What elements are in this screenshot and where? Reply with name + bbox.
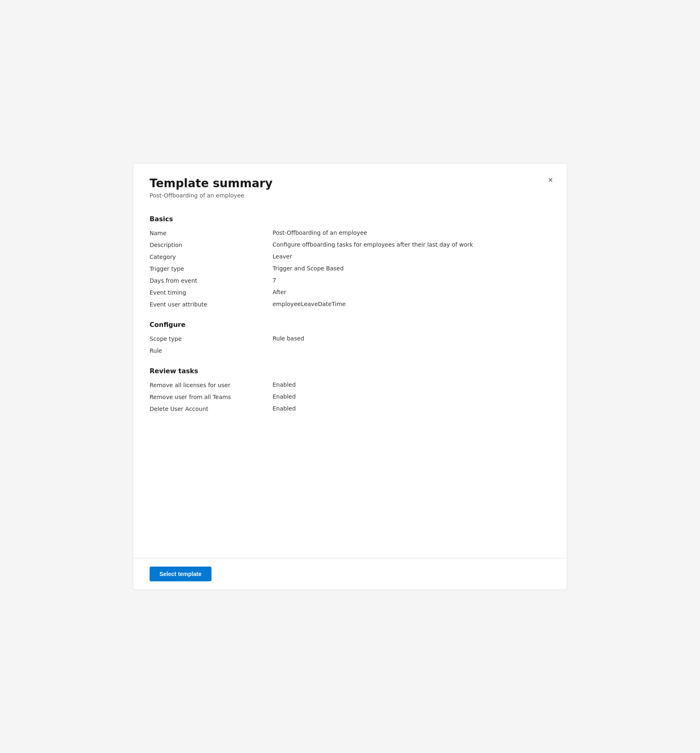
review-tasks-section-title: Review tasks [150, 367, 550, 375]
field-label-rule: Rule [150, 347, 273, 354]
close-button[interactable]: × [544, 173, 557, 186]
field-value-event-user-attribute: employeeLeaveDateTime [273, 301, 550, 307]
field-row-event-timing: Event timing After [150, 289, 550, 296]
field-value-event-timing: After [273, 289, 550, 295]
modal-body: Basics Name Post-Offboarding of an emplo… [133, 205, 567, 558]
field-value-remove-licenses: Enabled [273, 381, 550, 388]
field-value-category: Leaver [273, 253, 550, 260]
field-label-description: Description [150, 241, 273, 248]
field-value-trigger-type: Trigger and Scope Based [273, 265, 550, 272]
field-label-remove-licenses: Remove all licenses for user [150, 381, 273, 388]
field-label-trigger-type: Trigger type [150, 265, 273, 272]
content-spacer [150, 425, 550, 548]
modal-title: Template summary [150, 177, 550, 191]
configure-section: Configure Scope type Rule based Rule [150, 321, 550, 354]
basics-section-title: Basics [150, 215, 550, 223]
field-label-category: Category [150, 253, 273, 260]
field-label-delete-account: Delete User Account [150, 405, 273, 412]
field-row-name: Name Post-Offboarding of an employee [150, 229, 550, 236]
basics-section: Basics Name Post-Offboarding of an emplo… [150, 215, 550, 308]
field-row-remove-teams: Remove user from all Teams Enabled [150, 393, 550, 400]
field-row-event-user-attribute: Event user attribute employeeLeaveDateTi… [150, 301, 550, 308]
field-row-days-from-event: Days from event 7 [150, 277, 550, 284]
field-value-delete-account: Enabled [273, 405, 550, 412]
field-value-name: Post-Offboarding of an employee [273, 229, 550, 236]
modal-subtitle: Post-Offboarding of an employee [150, 192, 550, 199]
field-label-scope-type: Scope type [150, 335, 273, 342]
modal-header: Template summary Post-Offboarding of an … [133, 163, 567, 205]
field-label-remove-teams: Remove user from all Teams [150, 393, 273, 400]
field-value-remove-teams: Enabled [273, 393, 550, 400]
field-label-event-timing: Event timing [150, 289, 273, 296]
field-label-name: Name [150, 229, 273, 236]
field-row-remove-licenses: Remove all licenses for user Enabled [150, 381, 550, 388]
configure-section-title: Configure [150, 321, 550, 329]
modal-container: Template summary Post-Offboarding of an … [133, 163, 567, 590]
field-value-description: Configure offboarding tasks for employee… [273, 241, 550, 248]
field-row-scope-type: Scope type Rule based [150, 335, 550, 342]
field-row-delete-account: Delete User Account Enabled [150, 405, 550, 412]
field-value-days-from-event: 7 [273, 277, 550, 284]
close-icon: × [548, 175, 553, 185]
field-label-days-from-event: Days from event [150, 277, 273, 284]
field-row-description: Description Configure offboarding tasks … [150, 241, 550, 248]
select-template-button[interactable]: Select template [150, 567, 211, 581]
review-tasks-section: Review tasks Remove all licenses for use… [150, 367, 550, 412]
field-row-rule: Rule [150, 347, 550, 354]
field-row-category: Category Leaver [150, 253, 550, 260]
field-label-event-user-attribute: Event user attribute [150, 301, 273, 308]
modal-footer: Select template [133, 558, 567, 590]
field-row-trigger-type: Trigger type Trigger and Scope Based [150, 265, 550, 272]
field-value-scope-type: Rule based [273, 335, 550, 342]
